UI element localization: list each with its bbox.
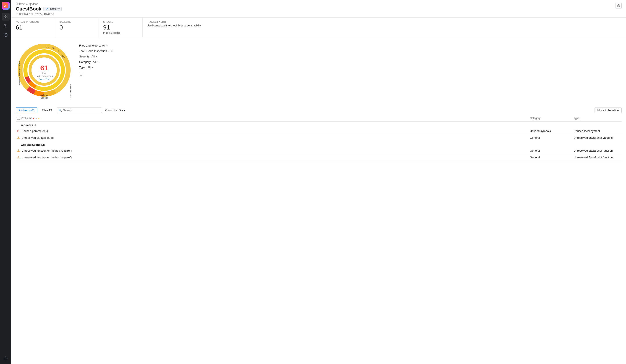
page-title: GuestBook: [16, 6, 41, 12]
branch-chevron-icon: ▾: [58, 7, 60, 10]
sidebar-icon-settings[interactable]: [2, 22, 10, 30]
chevron-down-icon-4: ▾: [97, 61, 98, 63]
search-input[interactable]: [63, 109, 100, 112]
table-row[interactable]: ⚠ Unresolved variable large General Unre…: [16, 134, 622, 141]
tab-files-label: Files 19: [42, 109, 52, 112]
app-logo[interactable]: J: [2, 2, 10, 10]
header: JetBrains / Qodana GuestBook ⎇ master ▾ …: [11, 0, 626, 18]
stat-checks: CHECKS 91 In 18 categories: [99, 18, 143, 37]
filter-files-label: Files and folders:: [79, 44, 101, 47]
tab-bar: Problems 61 Files 19 🔍 Group by: File ▾ …: [16, 105, 622, 115]
filter-category-label: Category:: [79, 60, 91, 64]
commit-hash: 8cbf6f4: [19, 13, 28, 16]
sidebar-icon-home[interactable]: [2, 13, 10, 21]
stat-audit-description: Use license audit to check license compa…: [147, 24, 622, 27]
svg-rect-5: [6, 17, 7, 18]
table-row[interactable]: ⚠ Unresolved function or method require(…: [16, 154, 622, 161]
table-row[interactable]: ⊘ Unused parameter id Unused symbols Unu…: [16, 128, 622, 134]
problem-name: Unused parameter id: [21, 129, 530, 133]
file-name: reducers.js: [16, 122, 622, 128]
dot-red-icon: ●: [33, 117, 34, 119]
col-problems: Problems ● → ●: [21, 117, 530, 120]
branch-icon: ⎇: [45, 7, 48, 10]
branch-selector[interactable]: ⎇ master ▾: [43, 7, 62, 11]
move-to-baseline-button[interactable]: Move to baseline: [594, 107, 622, 113]
filter-files-folders[interactable]: Files and folders: All ▾: [79, 44, 113, 47]
filter-severity-label: Severity:: [79, 55, 90, 58]
chart-label2: Code Inspection: [36, 75, 53, 77]
table-header: Problems ● → ● Category Type: [16, 115, 622, 122]
group-by-selector[interactable]: Group by: File ▾: [104, 108, 127, 113]
problem-category: Unused symbols: [530, 129, 574, 133]
problem-category: General: [530, 149, 574, 152]
svg-text:General: General: [41, 97, 48, 99]
breadcrumb: JetBrains / Qodana: [16, 3, 616, 6]
stat-actual-label: ACTUAL PROBLEMS: [16, 21, 50, 23]
problem-icon: ⚠: [16, 136, 21, 139]
filter-files-value: All: [102, 44, 105, 47]
problem-icon: ⊘: [16, 129, 21, 133]
svg-rect-2: [4, 15, 5, 16]
filter-severity-value: All: [92, 55, 95, 58]
svg-text:Unresolved JavaScript function: Unresolved JavaScript function: [70, 84, 72, 99]
filter-category[interactable]: Category: All ▾: [79, 60, 113, 64]
problem-category: General: [530, 156, 574, 159]
filter-type[interactable]: Type: All ▾: [79, 66, 113, 69]
problem-category: General: [530, 136, 574, 139]
filter-tool-close-icon[interactable]: ✕: [111, 50, 113, 53]
problem-type: Unused local symbol: [574, 129, 622, 133]
table-row[interactable]: ⚠ Unresolved function or method require(…: [16, 147, 622, 154]
file-group: webpack.config.js ⚠ Unresolved function …: [16, 141, 622, 161]
filter-tool-label: Tool:: [79, 49, 85, 53]
filters-column: Files and folders: All ▾ Tool: Code Insp…: [79, 42, 113, 77]
filter-tool[interactable]: Tool: Code Inspection ▾ ✕: [79, 49, 113, 53]
stat-audit-label: PROJECT AUDIT: [147, 21, 622, 23]
globe-button[interactable]: [616, 3, 622, 9]
commit-dot-icon: ◌: [16, 13, 18, 16]
search-icon: 🔍: [59, 109, 62, 112]
chart-label1: Tool:: [36, 72, 53, 75]
svg-rect-4: [4, 17, 5, 18]
chevron-down-icon-3: ▾: [96, 55, 97, 58]
problem-icon: ⚠: [16, 156, 21, 159]
select-all-checkbox[interactable]: [17, 117, 20, 120]
chart-filters-section: E... U... R... Sign... Unresolved JavaSc…: [11, 37, 626, 105]
arrow-icon: →: [35, 117, 37, 119]
svg-rect-3: [6, 15, 7, 16]
svg-text:J: J: [4, 4, 6, 7]
tab-files[interactable]: Files 19: [39, 107, 55, 113]
tab-problems[interactable]: Problems 61: [16, 107, 37, 113]
svg-text:Unresolved JavaScript variable: Unresolved JavaScript variable: [19, 61, 21, 85]
sidebar-icon-help[interactable]: [2, 31, 10, 39]
svg-text:Moderate: Moderate: [40, 94, 48, 96]
filter-tool-value: Code Inspection: [86, 49, 107, 53]
commit-info: ◌ 8cbf6f4 12/07/2022, 18:41:58: [16, 13, 616, 16]
problem-type: Unresolved JavaScript variable: [574, 136, 622, 139]
search-box[interactable]: 🔍: [57, 108, 102, 113]
donut-chart: E... U... R... Sign... Unresolved JavaSc…: [16, 42, 73, 103]
col-category: Category: [530, 117, 574, 120]
stat-baseline-label: BASELINE: [59, 21, 94, 23]
stat-checks-label: CHECKS: [103, 21, 138, 23]
zoom-out-link[interactable]: Zoom Out: [39, 78, 50, 80]
sidebar-icon-feedback[interactable]: [2, 354, 10, 362]
chevron-down-icon-5: ▾: [92, 66, 93, 69]
problems-table-area: Problems 61 Files 19 🔍 Group by: File ▾ …: [11, 105, 626, 161]
chart-center-info: 61 Tool: Code Inspection Zoom Out: [36, 64, 53, 81]
group-by-label: Group by: File: [105, 109, 123, 112]
bookmark-icon[interactable]: [79, 73, 113, 77]
tab-problems-label: Problems 61: [19, 109, 35, 112]
sidebar: J: [0, 0, 11, 364]
stat-checks-value: 91: [103, 24, 138, 31]
filter-type-value: All: [87, 66, 90, 69]
dot-yellow-icon: ●: [38, 117, 39, 119]
svg-point-6: [5, 25, 6, 26]
chart-problem-count: 61: [36, 64, 53, 72]
filter-severity[interactable]: Severity: All ▾: [79, 55, 113, 58]
stat-actual-problems: ACTUAL PROBLEMS 61: [11, 18, 55, 37]
content-area: E... U... R... Sign... Unresolved JavaSc…: [11, 37, 626, 364]
stat-actual-value: 61: [16, 24, 50, 31]
group-by-chevron-icon: ▾: [124, 109, 125, 112]
chevron-down-icon-2: ▾: [108, 50, 109, 52]
col-type: Type: [574, 117, 622, 120]
